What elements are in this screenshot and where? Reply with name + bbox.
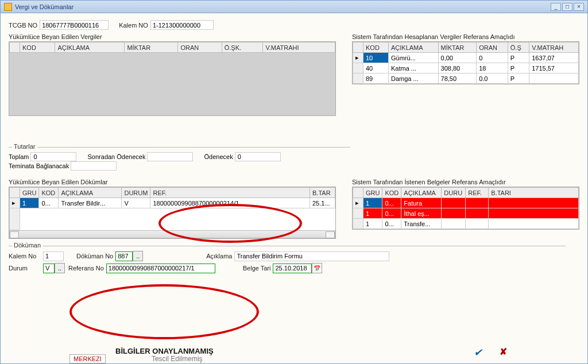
calendar-icon[interactable]: 📅: [312, 263, 322, 273]
dok-aciklama-input[interactable]: [234, 251, 389, 261]
dok-kalem-input[interactable]: [43, 251, 64, 261]
tcgb-input[interactable]: [40, 20, 109, 30]
app-icon: [4, 3, 12, 11]
h-scrollbar[interactable]: [9, 230, 335, 238]
tax-system-title: Sistem Tarafından Hesaplanan Vergiler Re…: [352, 33, 579, 40]
ref-cell[interactable]: 18000000990887000000214/1: [150, 198, 310, 208]
docs-system-grid[interactable]: GRU KOD AÇIKLAMA DURU REF. B.TARI ▸ 1 0.…: [352, 187, 579, 230]
table-row[interactable]: ▸ 1 0... Transfer Bildir... V 1800000099…: [10, 198, 335, 208]
close-button[interactable]: ×: [574, 3, 584, 11]
tax-declared-grid[interactable]: KOD AÇIKLAMA MİKTAR ORAN Ö.ŞK. V.MATRAHI: [9, 41, 336, 116]
header-row: TCGB NO Kalem NO: [9, 20, 579, 30]
docs-system-title: Sistem Tarafından İstenen Belgeler Refer…: [352, 179, 579, 185]
tescil-status: Tescil Edilmemiş: [152, 355, 203, 363]
app-window: Vergi ve Dökümanlar _ □ × TCGB NO Kalem …: [0, 0, 588, 364]
titlebar[interactable]: Vergi ve Dökümanlar _ □ ×: [1, 1, 587, 13]
col-matrah[interactable]: V.MATRAHI: [263, 42, 335, 53]
dok-no-input[interactable]: [115, 251, 133, 261]
table-row[interactable]: 89 Damga ... 78,50 0.0 P: [353, 73, 579, 84]
table-row[interactable]: ▸ 10 Gümrü... 0,00 0 P 1637,07: [353, 53, 579, 63]
col-kod[interactable]: KOD: [20, 42, 55, 53]
odenecek-value[interactable]: 0: [235, 152, 281, 161]
tax-declared-title: Yükümlüce Beyan Edilen Vergiler: [9, 33, 336, 40]
dok-ref-input[interactable]: [106, 264, 215, 273]
col-osk[interactable]: Ö.ŞK.: [222, 42, 263, 53]
merkezi-badge: MERKEZI: [69, 354, 106, 363]
kalem-input[interactable]: [150, 20, 214, 30]
minimize-button[interactable]: _: [551, 3, 561, 11]
annotation-oval-2: [69, 284, 259, 339]
amounts-legend: Tutarlar: [12, 143, 37, 150]
dok-no-lookup-button[interactable]: ..: [133, 251, 143, 261]
col-miktar[interactable]: MİKTAR: [125, 42, 178, 53]
status-strip: MERKEZI Tescil Edilmemiş: [69, 354, 517, 363]
dokuman-fieldset: Döküman Kalem No Döküman No .. Açıklama …: [9, 246, 566, 273]
dok-belge-input[interactable]: [273, 264, 312, 273]
dokuman-legend: Döküman: [12, 242, 42, 249]
teminat-value[interactable]: [71, 161, 117, 171]
tcgb-label: TCGB NO: [9, 22, 37, 29]
table-row[interactable]: 1 0... İthal eş...: [353, 208, 579, 219]
maximize-button[interactable]: □: [562, 3, 572, 11]
table-row[interactable]: 40 Katma ... 308,80 18 P 1715,57: [353, 63, 579, 73]
docs-declared-title: Yükümlüce Beyan Edilen Dökümlar: [9, 179, 336, 185]
dok-durum-lookup-button[interactable]: ..: [55, 263, 65, 273]
sonradan-value[interactable]: [147, 152, 193, 161]
tax-system-grid[interactable]: KOD AÇIKLAMA MİKTAR ORAN Ö.Ş V.MATRAH ▸ …: [352, 41, 579, 84]
window-title: Vergi ve Dökümanlar: [15, 3, 550, 10]
dok-durum-input[interactable]: [43, 264, 55, 273]
toplam-value[interactable]: 0: [30, 152, 76, 161]
table-row[interactable]: 1 0... Transfe...: [353, 219, 579, 229]
col-oran[interactable]: ORAN: [178, 42, 222, 53]
amounts-fieldset: Tutarlar Toplam0 Sonradan Ödenecek Ödene…: [9, 147, 350, 171]
table-row[interactable]: ▸ 1 0... Fatura: [353, 198, 579, 208]
col-aciklama[interactable]: AÇIKLAMA: [55, 42, 125, 53]
docs-declared-grid[interactable]: GRU KOD AÇIKLAMA DURUM REF. B.TAR ▸ 1 0.…: [9, 187, 336, 239]
kalem-label: Kalem NO: [119, 22, 148, 29]
